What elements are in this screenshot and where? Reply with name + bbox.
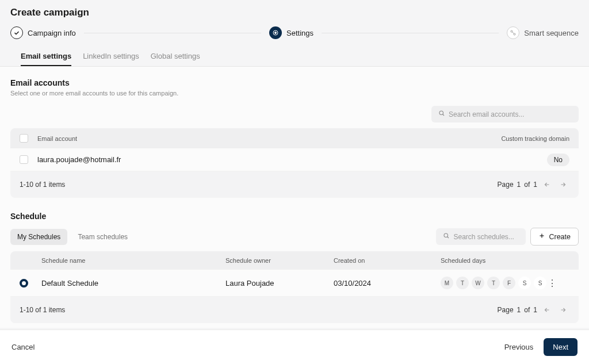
search-icon [443,232,450,241]
table-row[interactable]: Default Schedule Laura Poujade 03/10/202… [10,270,579,297]
col-email-account: Email account [28,135,477,142]
range-text: 1-10 of 1 items [20,306,65,314]
next-button[interactable]: Next [544,338,577,356]
create-schedule-button[interactable]: Create [530,228,579,246]
scheduled-days: M T W T F S S [441,277,546,289]
schedule-name-cell: Default Schedule [41,279,225,288]
tab-my-schedules[interactable]: My Schedules [10,229,67,245]
tab-email-settings[interactable]: Email settings [21,47,71,66]
page-current: 1 [517,181,521,189]
tab-linkedin-settings[interactable]: LinkedIn settings [83,47,139,66]
page-total: 1 [533,181,537,189]
schedule-table-footer: 1-10 of 1 items Page 1 of 1 [10,297,579,323]
schedule-tabs: My Schedules Team schedules [10,229,135,245]
page-current: 1 [517,306,521,314]
table-row[interactable]: laura.poujade@hotmail.fr No [10,148,579,171]
cancel-button[interactable]: Cancel [12,343,35,351]
page-total: 1 [533,306,537,314]
row-more-button[interactable]: ⋮ [546,278,558,289]
page-of: of [524,181,530,189]
step-campaign-info[interactable]: Campaign info [10,26,76,39]
step-line [84,33,261,33]
tracking-badge: No [547,154,569,166]
step-settings[interactable]: Settings [269,26,313,39]
page-label: Page [498,306,514,314]
svg-line-9 [448,237,449,238]
col-tracking-domain: Custom tracking domain [477,135,569,142]
footer-bar: Cancel Previous Next [0,329,589,364]
col-schedule-name: Schedule name [41,257,225,264]
tab-global-settings[interactable]: Global settings [151,47,200,66]
tab-team-schedules[interactable]: Team schedules [71,229,135,245]
step-line [322,33,499,33]
col-created-on: Created on [334,257,441,264]
schedule-owner-cell: Laura Poujade [225,279,334,288]
schedule-created-cell: 03/10/2024 [334,279,441,288]
settings-tabs: Email settings LinkedIn settings Global … [10,47,579,66]
email-accounts-title: Email accounts [10,78,579,87]
page-label: Page [498,181,514,189]
svg-point-1 [275,32,277,34]
create-label: Create [549,233,571,241]
svg-point-4 [439,111,443,115]
stepper: Campaign info Settings Smart sequence [10,26,579,39]
search-schedules-input[interactable] [453,233,519,241]
day-pill: S [518,277,531,289]
day-pill: S [534,277,546,289]
check-icon [10,26,23,39]
step3-label: Smart sequence [524,29,579,37]
prev-page-button[interactable] [541,304,553,316]
email-accounts-table: Email account Custom tracking domain lau… [10,128,579,198]
day-pill: W [472,277,484,289]
row-checkbox[interactable] [20,155,28,164]
step1-label: Campaign info [28,29,76,37]
target-icon [269,26,282,39]
next-page-button[interactable] [557,178,569,191]
page-title: Create campaign [10,7,579,18]
sequence-icon [507,26,519,39]
range-text: 1-10 of 1 items [20,181,65,189]
email-accounts-desc: Select one or more email accounts to use… [10,90,579,97]
search-email-accounts[interactable] [431,106,579,122]
email-table-footer: 1-10 of 1 items Page 1 of 1 [10,171,579,198]
day-pill: T [487,277,500,289]
step-smart-sequence[interactable]: Smart sequence [507,26,579,39]
col-schedule-owner: Schedule owner [225,257,334,264]
previous-button[interactable]: Previous [504,343,534,351]
day-pill: M [441,277,453,289]
day-pill: T [456,277,469,289]
plus-icon [538,232,545,241]
row-radio[interactable] [20,279,28,288]
step2-label: Settings [286,29,313,37]
page-of: of [524,306,530,314]
schedule-title: Schedule [10,212,579,221]
next-page-button[interactable] [557,304,569,316]
email-cell: laura.poujade@hotmail.fr [28,155,477,164]
prev-page-button[interactable] [541,178,553,191]
search-email-input[interactable] [449,110,572,118]
svg-point-8 [444,233,448,237]
col-scheduled-days: Scheduled days [441,257,546,264]
day-pill: F [503,277,515,289]
schedule-table: Schedule name Schedule owner Created on … [10,251,579,323]
search-schedules[interactable] [436,228,526,245]
search-icon [438,110,445,118]
select-all-checkbox[interactable] [20,134,28,143]
svg-line-5 [443,114,444,116]
